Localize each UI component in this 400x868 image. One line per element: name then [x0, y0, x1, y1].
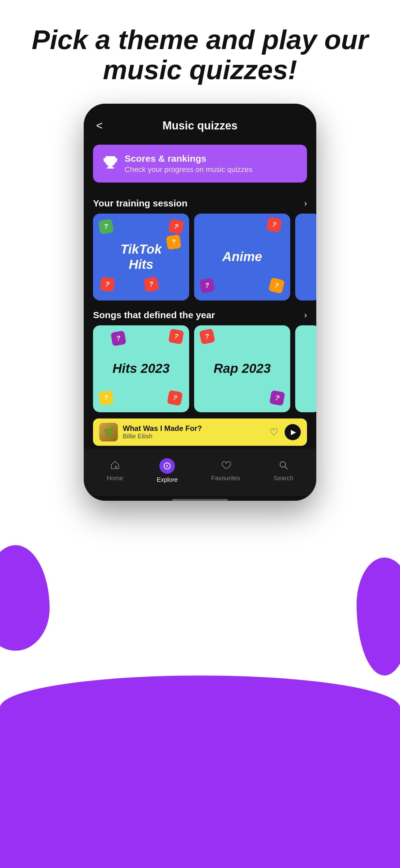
- qmark-6: ?: [266, 217, 282, 232]
- home-label: Home: [107, 475, 123, 482]
- bg-blob-bottom: [0, 676, 400, 868]
- back-button[interactable]: <: [96, 119, 103, 132]
- phone: < Music quizzes Scores & rankings: [84, 104, 316, 501]
- screen-title: Music quizzes: [163, 119, 237, 132]
- player-info: What Was I Made For? Billie Eilish: [123, 424, 265, 440]
- favourites-label: Favourites: [211, 475, 240, 482]
- explore-active-dot: [159, 458, 175, 474]
- qmark-10: ?: [168, 329, 184, 344]
- play-button[interactable]: ▶: [285, 424, 301, 440]
- year-section-title: Songs that defined the year: [93, 310, 215, 320]
- qmark-5: ?: [143, 276, 159, 292]
- phone-wrapper: < Music quizzes Scores & rankings: [84, 104, 316, 501]
- bg-blob-right: [357, 558, 400, 676]
- nav-item-search[interactable]: Search: [268, 457, 300, 485]
- hits-2023-label: Hits 2023: [112, 361, 170, 376]
- year-section-header[interactable]: Songs that defined the year ›: [84, 301, 316, 326]
- rap-2023-label: Rap 2023: [214, 361, 271, 376]
- qmark-12: ?: [167, 390, 183, 406]
- qmark-13: ?: [199, 329, 215, 345]
- home-indicator: [172, 499, 228, 501]
- training-section-arrow: ›: [304, 198, 307, 208]
- mini-player[interactable]: 🌿 What Was I Made For? Billie Eilish ♡ ▶: [93, 418, 307, 446]
- year-section-arrow: ›: [304, 310, 307, 320]
- rap-2023-card[interactable]: ? ? Rap 2023: [194, 326, 290, 412]
- trophy-icon: [102, 154, 119, 174]
- player-artist-name: Billie Eilish: [123, 433, 265, 440]
- anime-label: Anime: [222, 249, 262, 264]
- qmark-3: ?: [166, 235, 181, 250]
- svg-rect-1: [107, 167, 114, 168]
- hits-2023-card[interactable]: ? ? ? ? Hits 2023: [93, 326, 189, 412]
- phone-header: < Music quizzes: [84, 104, 316, 138]
- tiktok-hits-card[interactable]: ? ? ? ? ? TikTokHits: [93, 214, 189, 301]
- scores-title: Scores & rankings: [125, 153, 253, 164]
- qmark-4: ?: [100, 277, 115, 292]
- player-controls: ♡ ▶: [269, 424, 301, 440]
- favourites-icon: [221, 460, 231, 473]
- play-icon: ▶: [291, 428, 296, 436]
- qmark-11: ?: [98, 390, 114, 406]
- training-section-title: Your training session: [93, 198, 188, 209]
- nav-item-explore[interactable]: Explore: [151, 455, 184, 487]
- scores-subtitle: Check your progress on music quizzes: [125, 165, 253, 174]
- nav-item-home[interactable]: Home: [100, 457, 129, 485]
- search-label: Search: [274, 475, 293, 482]
- bottom-nav: Home Explore: [84, 449, 316, 496]
- search-icon: [278, 460, 289, 473]
- heart-button[interactable]: ♡: [269, 426, 278, 438]
- qmark-2: ?: [168, 219, 184, 235]
- qmark-8: ?: [268, 277, 285, 294]
- qmark-7: ?: [199, 278, 215, 293]
- svg-rect-0: [108, 166, 113, 167]
- page-heading: Pick a theme and play our music quizzes!: [0, 0, 400, 104]
- phone-screen: < Music quizzes Scores & rankings: [84, 104, 316, 501]
- player-song-title: What Was I Made For?: [123, 424, 265, 433]
- scores-banner[interactable]: Scores & rankings Check your progress on…: [93, 145, 307, 183]
- year-cards-row: ? ? ? ? Hits 2023 ? ? Rap 2023: [84, 326, 316, 412]
- training-section-header[interactable]: Your training session ›: [84, 189, 316, 214]
- bg-blob-left: [0, 545, 49, 651]
- training-cards-row: ? ? ? ? ? TikTokHits ? ? ? Anime: [84, 214, 316, 301]
- home-icon: [110, 460, 120, 473]
- explore-label: Explore: [157, 476, 178, 483]
- anime-card[interactable]: ? ? ? Anime: [194, 214, 290, 301]
- player-thumbnail: 🌿: [99, 423, 118, 441]
- qmark-14: ?: [269, 390, 285, 406]
- tiktok-hits-label: TikTokHits: [120, 242, 162, 272]
- partial-card-2: [295, 326, 316, 412]
- qmark-9: ?: [111, 330, 127, 346]
- partial-card: [295, 214, 316, 301]
- scores-text: Scores & rankings Check your progress on…: [125, 153, 253, 174]
- nav-item-favourites[interactable]: Favourites: [205, 457, 246, 485]
- svg-line-4: [285, 467, 288, 469]
- qmark-1: ?: [98, 219, 114, 235]
